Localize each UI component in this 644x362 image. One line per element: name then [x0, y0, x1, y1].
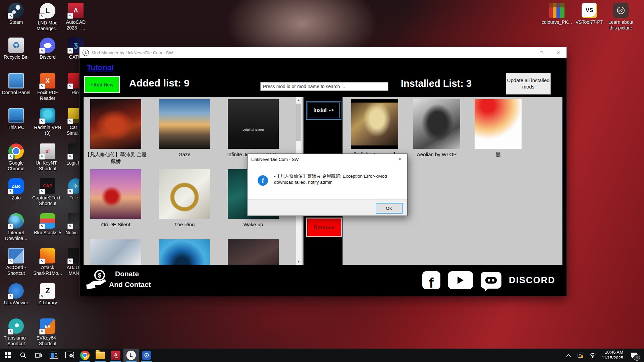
- recycle-bin-icon: ♻: [8, 38, 24, 53]
- desktop-icon-accstd[interactable]: ACCStd - Shortcut: [1, 248, 32, 276]
- added-mod-tile[interactable]: Gaze: [153, 99, 216, 158]
- zalo-icon: Zalo: [8, 178, 24, 194]
- dialog-title: LinkNeverDie.Com - SW: [251, 157, 299, 162]
- added-mod-tile[interactable]: The Ring: [153, 169, 216, 228]
- accstd-icon: [8, 248, 24, 263]
- attack-shark-icon: [40, 248, 55, 263]
- dialog-titlebar: LinkNeverDie.Com - SW: [248, 154, 407, 165]
- donate-label[interactable]: Donate: [115, 270, 139, 278]
- desktop-icon-vstool77[interactable]: VS VSTool77-PT: [574, 3, 605, 25]
- facebook-icon[interactable]: f: [422, 271, 440, 289]
- update-all-button[interactable]: Update all installed mods: [506, 73, 551, 95]
- dialog-message: -【凡人修仙传】慕沛灵 金屋藏娇: Exception Error--:Mod …: [274, 173, 395, 185]
- gear-app-icon: [142, 351, 151, 360]
- evkey64-icon: EV: [40, 318, 55, 334]
- installed-mod-tile[interactable]: 囍: [466, 99, 530, 158]
- desktop-icon-zalo[interactable]: Zalo Zalo: [1, 178, 32, 201]
- start-button[interactable]: [0, 349, 15, 362]
- desktop-icon-this-pc[interactable]: This PC: [1, 108, 32, 130]
- desktop-icon-lnd-mod-manager[interactable]: L LND Mod Manager...: [32, 3, 63, 32]
- discord-icon[interactable]: [481, 272, 501, 289]
- error-dialog: LinkNeverDie.Com - SW ✕ i -【凡人修仙传】慕沛灵 金屋…: [247, 154, 408, 216]
- lnd-mod-manager-icon: L: [126, 351, 136, 360]
- windows-logo-icon: [5, 352, 11, 358]
- wifi-icon[interactable]: [588, 349, 598, 362]
- tray-chevron-icon[interactable]: [564, 349, 574, 362]
- discord-label[interactable]: DISCORD: [509, 275, 555, 286]
- image-glyph-icon: [616, 6, 625, 15]
- desktop-icon-evkey64[interactable]: EV EVKey64 - Shortcut: [32, 318, 63, 347]
- youtube-icon[interactable]: [448, 271, 473, 289]
- svg-text:$: $: [98, 272, 101, 279]
- discord-icon: [40, 38, 55, 53]
- desktop-icon-attack-shark[interactable]: Attack SharkR1Mo...: [32, 248, 63, 276]
- desktop-icon-autocad[interactable]: A AutoCAD 2023 - ...: [60, 3, 91, 31]
- vstool-icon: VS: [582, 3, 597, 18]
- minimize-button[interactable]: –: [516, 47, 533, 58]
- notification-count-badge: 4: [634, 354, 640, 361]
- window-titlebar: L Mod Manager by LinkNeverDie.Com - SW –…: [79, 47, 567, 58]
- taskbar: ACAD L 10:46 AM 11/15/2025 4: [0, 349, 644, 362]
- install-button[interactable]: Install ->: [306, 101, 341, 120]
- desktop-icon-capture2text[interactable]: CAP Capture2Text - Shortcut: [32, 178, 63, 206]
- desktop-icon-z-library[interactable]: Z Z-Library: [32, 283, 63, 306]
- added-mod-tile[interactable]: [221, 239, 285, 265]
- taskbar-mod-manager-button[interactable]: L: [123, 349, 139, 362]
- radmin-vpn-icon: [40, 108, 55, 123]
- taskbar-clock[interactable]: 10:46 AM 11/15/2025: [600, 350, 625, 361]
- installed-list-count: Installed List: 3: [401, 78, 472, 89]
- scroll-up-icon[interactable]: ▲: [296, 97, 302, 103]
- desktop-icon-ultraviewer[interactable]: UltraViewer: [1, 283, 32, 306]
- mod-thumbnail: [90, 239, 141, 265]
- desktop-icon-unikeynt[interactable]: ui UniKeyNT - Shortcut: [32, 143, 63, 172]
- ultraviewer-icon: [8, 283, 24, 299]
- desktop-icon-translumo[interactable]: Translumo - Shortcut: [1, 318, 32, 347]
- tray-device-icon[interactable]: [576, 349, 586, 362]
- desktop-icon-google-chrome[interactable]: Google Chrome: [1, 143, 32, 172]
- remove-button[interactable]: Remove: [306, 218, 342, 237]
- contact-label[interactable]: And Contact: [109, 281, 151, 289]
- taskbar-remote-app-button[interactable]: [46, 349, 62, 362]
- desktop-icon-colourvs[interactable]: colourvs_PK...: [541, 3, 572, 25]
- taskbar-chrome-button[interactable]: [77, 349, 93, 362]
- desktop-icon-learn-about-picture[interactable]: Learn about this picture: [605, 3, 636, 31]
- taskbar-gear-app-button[interactable]: [139, 349, 154, 362]
- close-button[interactable]: ✕: [550, 47, 567, 58]
- installed-mod-tile[interactable]: 【Infinite Journeys】: [343, 99, 407, 158]
- mod-thumbnail: [90, 169, 141, 219]
- maximize-button[interactable]: □: [533, 47, 550, 58]
- installed-mod-tile[interactable]: Aeolian by WLOP: [405, 99, 469, 158]
- mod-thumbnail: [413, 99, 460, 149]
- action-center-button[interactable]: 4: [627, 349, 641, 362]
- desktop-icon-control-panel[interactable]: Control Panel: [1, 73, 32, 96]
- tutorial-link[interactable]: Tutorial: [87, 63, 113, 72]
- desktop-icon-steam[interactable]: Steam: [1, 3, 32, 25]
- mod-search-input[interactable]: [260, 82, 388, 91]
- clock-date: 11/15/2025: [602, 355, 623, 361]
- taskbar-explorer-button[interactable]: [93, 349, 108, 362]
- desktop-icon-discord[interactable]: Discord: [32, 38, 63, 60]
- chrome-icon: [80, 351, 90, 360]
- clock-time: 10:46 AM: [602, 350, 623, 355]
- added-mod-tile[interactable]: Original Score Infinite Journeys 4K Re: [221, 99, 285, 158]
- added-mod-tile[interactable]: Ori DE Silent: [84, 169, 148, 228]
- desktop-icon-radmin-vpn[interactable]: Radmin VPN (3): [32, 108, 63, 136]
- task-view-button[interactable]: [31, 349, 46, 362]
- added-mod-tile[interactable]: [153, 239, 216, 265]
- taskbar-monitor-app-button[interactable]: [62, 349, 77, 362]
- taskbar-autocad-button[interactable]: ACAD: [108, 349, 123, 362]
- ok-button[interactable]: OK: [376, 203, 402, 214]
- desktop-icon-foxit[interactable]: X Foxit PDF Reader: [32, 73, 63, 101]
- add-new-button[interactable]: +Add New: [84, 76, 120, 93]
- added-mod-tile[interactable]: [84, 239, 148, 265]
- donate-hand-icon: $: [85, 269, 112, 291]
- desktop-icon-idm[interactable]: Internet Downloa...: [1, 213, 32, 241]
- steam-icon: [8, 3, 24, 18]
- scroll-down-icon[interactable]: ▼: [296, 259, 302, 265]
- desktop-icon-recycle-bin[interactable]: ♻ Recycle Bin: [1, 38, 32, 60]
- taskbar-search-button[interactable]: [15, 349, 31, 362]
- added-mod-tile[interactable]: 【凡人修仙传】慕沛灵 金屋藏娇: [84, 99, 148, 164]
- desktop-icon-bluestacks[interactable]: BlueStacks 5: [32, 213, 63, 236]
- dialog-close-icon[interactable]: ✕: [392, 154, 407, 164]
- scrollbar-thumb[interactable]: [296, 104, 301, 141]
